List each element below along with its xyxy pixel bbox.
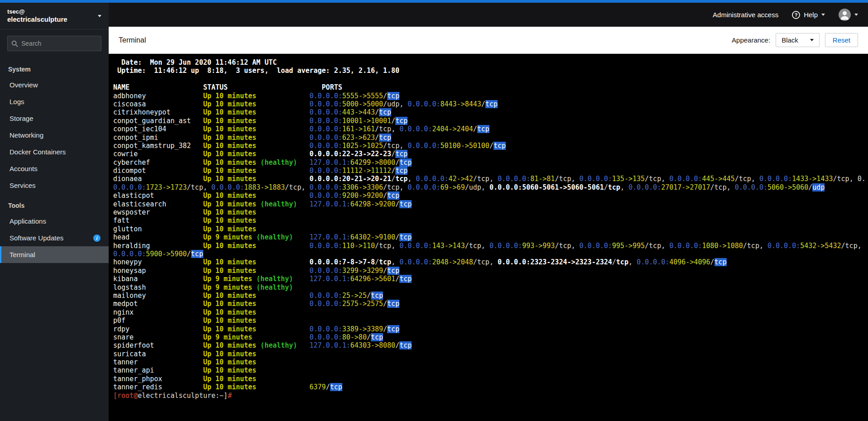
- terminal-line: honeypy Up 10 minutes 0.0.0.0:7-8->7-8/t…: [113, 258, 868, 266]
- appearance-select[interactable]: Black: [776, 33, 820, 47]
- terminal-line: tanner_phpox Up 10 minutes: [113, 375, 868, 383]
- terminal-line: honeysap Up 10 minutes 0.0.0.0:3299->329…: [113, 267, 868, 275]
- terminal-line: fatt Up 10 minutes: [113, 216, 868, 225]
- nav-item-label: Storage: [10, 115, 34, 122]
- terminal-line: rdpy Up 10 minutes 0.0.0.0:3389->3389/tc…: [113, 325, 868, 333]
- username: tsec@: [7, 8, 67, 15]
- nav-item-label: Applications: [10, 217, 46, 225]
- reset-button[interactable]: Reset: [825, 33, 858, 47]
- terminal-line: logstash Up 9 minutes (healthy): [113, 283, 868, 292]
- terminal-line: tanner_api Up 10 minutes: [113, 366, 868, 374]
- terminal-line: dicompot Up 10 minutes 0.0.0.0:11112->11…: [113, 167, 868, 175]
- terminal-line: 0.0.0.0:5900->5900/tcp: [113, 250, 868, 258]
- terminal-line: kibana Up 9 minutes (healthy) 127.0.0.1:…: [113, 275, 868, 283]
- search-input[interactable]: [7, 36, 101, 51]
- terminal-line: spiderfoot Up 10 minutes (healthy) 127.0…: [113, 341, 868, 349]
- terminal-line: suricata Up 10 minutes: [113, 350, 868, 358]
- sidebar-item-terminal[interactable]: Terminal: [0, 246, 109, 263]
- sidebar-item-software-updates[interactable]: Software Updatesi: [0, 230, 109, 246]
- help-menu[interactable]: ? Help: [792, 11, 825, 19]
- terminal-line: 0.0.0.0:1723->1723/tcp, 0.0.0.0:1883->18…: [113, 183, 868, 191]
- terminal-line: [root@electricalsculpture:~]#: [113, 392, 868, 400]
- nav-item-label: Services: [10, 182, 36, 189]
- sidebar: tsec@ electricalsculpture SystemOverview…: [0, 3, 109, 421]
- appearance-value: Black: [782, 36, 798, 44]
- search-box: [7, 36, 101, 51]
- info-icon[interactable]: i: [93, 234, 101, 242]
- terminal-line: glutton Up 10 minutes: [113, 225, 868, 233]
- terminal-line: elasticpot Up 10 minutes 0.0.0.0:9200->9…: [113, 191, 868, 200]
- sidebar-item-applications[interactable]: Applications: [0, 213, 109, 230]
- terminal-line: head Up 9 minutes (healthy) 127.0.0.1:64…: [113, 233, 868, 241]
- sidebar-nav: SystemOverviewLogsStorageNetworkingDocke…: [0, 57, 109, 421]
- person-icon: [839, 9, 851, 21]
- nav-section-title: System: [0, 57, 109, 77]
- sidebar-item-logs[interactable]: Logs: [0, 93, 109, 110]
- nav-item-label: Overview: [10, 81, 38, 89]
- sidebar-item-accounts[interactable]: Accounts: [0, 160, 109, 177]
- nav-item-label: Accounts: [10, 165, 38, 172]
- terminal-line: NAME STATUS PORTS: [113, 83, 868, 91]
- page-title: Terminal: [119, 36, 146, 44]
- main-column: Administrative access ? Help Terminal Ap: [109, 3, 868, 421]
- help-icon: ?: [792, 11, 800, 19]
- terminal-line: elasticsearch Up 10 minutes (healthy) 12…: [113, 200, 868, 208]
- terminal-line: dionaea Up 10 minutes 0.0.0.0:20-21->20-…: [113, 175, 868, 183]
- nav-item-label: Software Updates: [10, 234, 63, 242]
- terminal-line: nginx Up 10 minutes: [113, 308, 868, 316]
- terminal-line: [113, 75, 868, 83]
- terminal-line: snare Up 9 minutes 0.0.0.0:80->80/tcp: [113, 333, 868, 341]
- terminal-line: ciscoasa Up 10 minutes 0.0.0.0:5000->500…: [113, 100, 868, 108]
- nav-section-title: Tools: [0, 194, 109, 213]
- terminal-line: ewsposter Up 10 minutes: [113, 208, 868, 216]
- terminal-line: tanner Up 10 minutes: [113, 358, 868, 366]
- masthead: Administrative access ? Help: [109, 3, 868, 27]
- nav-item-label: Logs: [10, 98, 24, 105]
- sidebar-item-overview[interactable]: Overview: [0, 77, 109, 93]
- host-switcher-text: tsec@ electricalsculpture: [7, 8, 67, 24]
- terminal-output[interactable]: Date: Mon 29 Jun 2020 11:46:12 AM UTC Up…: [109, 54, 868, 421]
- terminal-line: mailoney Up 10 minutes 0.0.0.0:25->25/tc…: [113, 292, 868, 300]
- chevron-down-icon: [98, 15, 101, 17]
- nav-item-label: Docker Containers: [10, 148, 66, 156]
- host-switcher[interactable]: tsec@ electricalsculpture: [0, 3, 109, 29]
- chevron-down-icon: [854, 14, 858, 16]
- terminal-line: conpot_guardian_ast Up 10 minutes 0.0.0.…: [113, 117, 868, 125]
- terminal-line: cyberchef Up 10 minutes (healthy) 127.0.…: [113, 158, 868, 167]
- terminal-line: cowrie Up 10 minutes 0.0.0.0:22-23->22-2…: [113, 150, 868, 158]
- terminal-line: conpot_ipmi Up 10 minutes 0.0.0.0:623->6…: [113, 134, 868, 142]
- user-menu[interactable]: [839, 9, 858, 21]
- nav-item-label: Networking: [10, 131, 43, 139]
- search-icon: [11, 40, 18, 47]
- terminal-line: medpot Up 10 minutes 0.0.0.0:2575->2575/…: [113, 300, 868, 308]
- terminal-line: citrixhoneypot Up 10 minutes 0.0.0.0:443…: [113, 108, 868, 116]
- hostname: electricalsculpture: [7, 15, 67, 24]
- terminal-line: conpot_kamstrup_382 Up 10 minutes 0.0.0.…: [113, 142, 868, 150]
- terminal-line: Date: Mon 29 Jun 2020 11:46:12 AM UTC: [113, 58, 868, 67]
- nav-item-label: Terminal: [10, 251, 35, 258]
- help-label: Help: [804, 11, 818, 19]
- terminal-line: tanner_redis Up 10 minutes 6379/tcp: [113, 383, 868, 391]
- terminal-line: p0f Up 10 minutes: [113, 316, 868, 325]
- terminal-line: conpot_iec104 Up 10 minutes 0.0.0.0:161-…: [113, 125, 868, 133]
- sidebar-item-docker-containers[interactable]: Docker Containers: [0, 144, 109, 160]
- app-shell: tsec@ electricalsculpture SystemOverview…: [0, 3, 868, 421]
- page-toolbar: Terminal Appearance: Black Reset: [109, 27, 868, 54]
- sidebar-item-networking[interactable]: Networking: [0, 127, 109, 144]
- terminal-line: Uptime: 11:46:12 up 8:18, 3 users, load …: [113, 67, 868, 75]
- sidebar-item-storage[interactable]: Storage: [0, 110, 109, 127]
- terminal-line: adbhoney Up 10 minutes 0.0.0.0:5555->555…: [113, 92, 868, 100]
- chevron-down-icon: [821, 14, 825, 16]
- terminal-line: heralding Up 10 minutes 0.0.0.0:110->110…: [113, 242, 868, 250]
- avatar: [839, 9, 851, 21]
- administrative-access-button[interactable]: Administrative access: [713, 11, 778, 19]
- chevron-down-icon: [810, 39, 814, 41]
- sidebar-item-services[interactable]: Services: [0, 177, 109, 194]
- appearance-label: Appearance:: [732, 36, 770, 44]
- toolbar-actions: Appearance: Black Reset: [732, 33, 858, 47]
